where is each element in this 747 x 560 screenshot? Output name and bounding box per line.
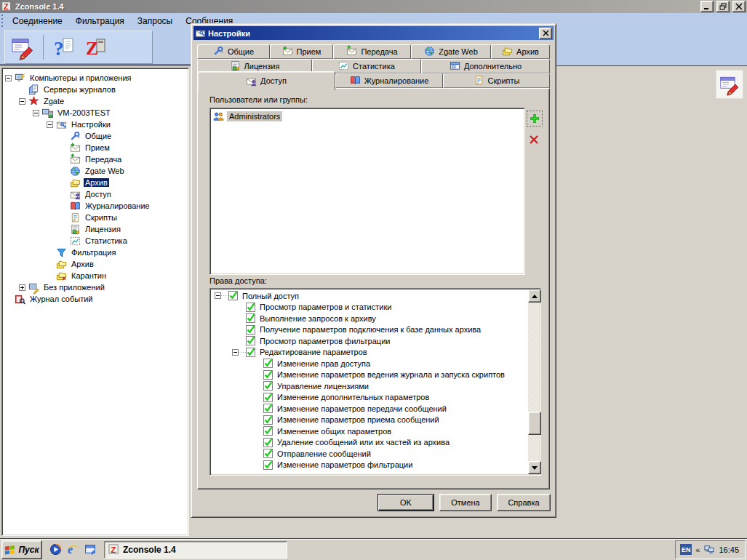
tray-chevron[interactable]: « — [695, 545, 700, 554]
right-checkbox-checked[interactable] — [246, 348, 255, 357]
close-button[interactable] — [732, 1, 746, 12]
access-right-item[interactable]: Просмотр параметров фильтрации — [215, 335, 540, 347]
edit-settings-toolbar-button[interactable] — [9, 34, 36, 60]
internet-explorer-icon[interactable]: e — [67, 543, 79, 556]
tree-item[interactable]: Без приложений — [2, 281, 188, 293]
tree-expander-minus[interactable] — [33, 110, 39, 116]
edit-settings-side-button[interactable] — [716, 70, 743, 99]
user-list-item[interactable]: Administrators — [210, 108, 524, 123]
tree-item[interactable]: Доступ — [2, 188, 188, 200]
add-user-button[interactable] — [527, 111, 543, 127]
menu-item-2[interactable]: Запросы — [131, 15, 179, 28]
right-checkbox-checked[interactable] — [263, 426, 273, 436]
right-checkbox-checked[interactable] — [263, 393, 273, 402]
right-checkbox-checked[interactable] — [263, 370, 273, 380]
settings-tab-2-3[interactable]: Дополнительно — [421, 59, 550, 73]
zconsole-task-button[interactable]: Z Zconsole 1.4 — [104, 541, 287, 559]
right-checkbox-checked[interactable] — [263, 438, 273, 447]
tree-item[interactable]: Архив — [2, 258, 188, 270]
help-button[interactable]: Справка — [497, 494, 551, 511]
right-checkbox-checked[interactable] — [246, 325, 255, 335]
rights-expander-minus[interactable] — [232, 349, 239, 356]
access-right-item[interactable]: Изменение параметров приема сообщений — [215, 415, 540, 426]
settings-tab-1-5[interactable]: Архив — [491, 44, 550, 59]
access-right-item[interactable]: Получение параметров подключения к базе … — [215, 324, 540, 336]
zconsole-toolbar-button[interactable]: Z — [83, 34, 109, 60]
tree-item[interactable]: Передача — [2, 153, 188, 165]
tree-expander-minus[interactable] — [19, 98, 25, 105]
ok-button[interactable]: OK — [378, 494, 434, 511]
tree-item[interactable]: Прием — [2, 142, 188, 153]
network-tray-icon[interactable] — [703, 545, 715, 555]
scroll-down-button[interactable] — [528, 461, 541, 474]
tree-item[interactable]: Лицензия — [2, 223, 188, 235]
tree-item[interactable]: Zgate — [2, 95, 188, 107]
start-button[interactable]: Пуск — [1, 540, 42, 559]
restore-button[interactable] — [716, 1, 730, 12]
tree-expander-minus[interactable] — [5, 75, 12, 81]
access-right-item[interactable]: Изменение дополнительных параметров — [215, 392, 540, 404]
settings-tab-1-1[interactable]: Общие — [197, 44, 270, 59]
settings-tab-1-2[interactable]: Прием — [270, 44, 333, 59]
settings-tab-1-3[interactable]: Передача — [333, 44, 411, 59]
tree-item[interactable]: Zgate Web — [2, 165, 188, 177]
access-right-item[interactable]: Изменение общих параметров — [215, 425, 540, 437]
right-checkbox-checked[interactable] — [263, 404, 273, 413]
settings-tab-1-4[interactable]: Zgate Web — [411, 44, 491, 59]
help-toolbar-button[interactable]: ? — [51, 34, 77, 60]
tree-item[interactable]: Серверы журналов — [2, 84, 188, 95]
access-right-item[interactable]: Редактирование параметров — [215, 347, 540, 359]
access-right-item[interactable]: Изменение параметров фильтрации — [215, 460, 540, 471]
tree-item[interactable]: Статистика — [2, 235, 188, 247]
tree-item[interactable]: Настройки — [2, 119, 188, 130]
tree-item[interactable]: Карантин — [2, 270, 188, 281]
access-right-item[interactable]: Изменение параметров ведения журнала и з… — [215, 369, 540, 381]
cancel-button[interactable]: Отмена — [439, 494, 492, 511]
access-right-item[interactable]: Удаление сообщений или их частей из архи… — [215, 437, 540, 449]
right-checkbox-checked[interactable] — [246, 336, 255, 345]
right-checkbox-checked[interactable] — [246, 313, 255, 323]
tree-item[interactable]: Скрипты — [2, 212, 188, 223]
access-right-item[interactable]: Выполнение запросов к архиву — [215, 313, 540, 324]
settings-tab-3-2[interactable]: Журналирование — [335, 73, 443, 88]
tree-item[interactable]: VM-2003TEST — [2, 107, 188, 119]
rights-expander-minus[interactable] — [215, 292, 221, 299]
right-checkbox-checked[interactable] — [263, 415, 273, 425]
scroll-up-button[interactable] — [528, 289, 541, 303]
users-groups-list[interactable]: Administrators — [209, 108, 525, 275]
dialog-close-button[interactable] — [539, 28, 552, 39]
right-checkbox-checked[interactable] — [228, 291, 238, 300]
tree-item[interactable]: Журналирование — [2, 200, 188, 212]
access-right-item[interactable]: Отправление сообщений — [215, 448, 540, 460]
settings-tab-3-1[interactable]: Доступ — [197, 71, 335, 90]
tree-item[interactable]: Архив — [2, 177, 188, 188]
scroll-thumb[interactable] — [528, 412, 541, 435]
remove-user-button[interactable] — [527, 132, 541, 147]
minimize-button[interactable] — [700, 1, 714, 12]
settings-tab-3-3[interactable]: Скрипты — [443, 73, 550, 88]
right-checkbox-checked[interactable] — [263, 381, 273, 391]
menubar-grip-handle[interactable] — [0, 13, 4, 28]
tree-item[interactable]: Общие — [2, 130, 188, 142]
tree-item[interactable]: Журнал событий — [2, 293, 188, 305]
tree-expander-plus[interactable] — [19, 284, 25, 291]
right-checkbox-checked[interactable] — [246, 303, 255, 312]
menu-item-1[interactable]: Фильтрация — [69, 15, 131, 28]
access-right-item[interactable]: Полный доступ — [215, 290, 540, 302]
menu-item-0[interactable]: Соединение — [6, 15, 69, 28]
tree-item[interactable]: Компьютеры и приложения — [2, 72, 188, 84]
right-checkbox-checked[interactable] — [263, 460, 273, 470]
language-indicator[interactable]: EN — [680, 544, 692, 555]
access-right-item[interactable]: Изменение прав доступа — [215, 358, 540, 369]
rights-scrollbar[interactable] — [528, 289, 540, 474]
right-checkbox-checked[interactable] — [263, 359, 273, 368]
show-desktop-icon[interactable] — [84, 543, 97, 556]
access-right-item[interactable]: Управление лицензиями — [215, 380, 540, 392]
access-right-item[interactable]: Изменение параметров передачи сообщений — [215, 403, 540, 415]
right-checkbox-checked[interactable] — [263, 449, 273, 458]
access-right-item[interactable]: Просмотр параметров и статистики — [215, 302, 540, 313]
tree-expander-minus[interactable] — [47, 121, 53, 128]
access-rights-tree[interactable]: Полный доступПросмотр параметров и стати… — [209, 288, 541, 476]
tree-item[interactable]: Фильтрация — [2, 247, 188, 258]
media-player-icon[interactable] — [49, 543, 62, 556]
